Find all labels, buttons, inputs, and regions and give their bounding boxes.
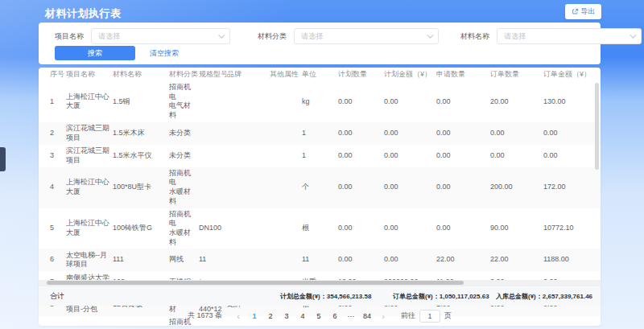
- filter-group-project: 项目名称 请选择: [55, 28, 230, 44]
- project-name-select[interactable]: 请选择: [91, 28, 230, 44]
- table-cell: 1: [39, 81, 66, 122]
- table-cell: 0.00: [490, 145, 543, 167]
- column-header: 单位: [302, 68, 338, 81]
- table-cell: 1.5米木床: [113, 122, 169, 145]
- pagination-goto: 前往 页: [401, 310, 452, 323]
- next-page-button[interactable]: ›: [377, 310, 390, 323]
- table-cell: 100*8U型卡: [113, 167, 169, 208]
- table-cell: 0.00: [384, 122, 436, 145]
- table-cell: [270, 167, 302, 208]
- page-number-3[interactable]: 3: [280, 310, 293, 323]
- column-header: 项目名称: [66, 68, 113, 81]
- page-title: 材料计划执行表: [45, 6, 122, 21]
- table-cell: [199, 145, 227, 167]
- table-cell: [199, 167, 227, 208]
- select-placeholder: 请选择: [301, 31, 427, 42]
- export-icon: [572, 8, 579, 15]
- summary-total-label: 合计: [50, 286, 64, 306]
- filter-group-material-category: 材料分类 请选择: [258, 28, 439, 44]
- pagination: 共 1673 条 ‹ 123456···84 › 前往 页: [39, 306, 601, 326]
- table-cell: [270, 81, 302, 122]
- table-cell: [199, 122, 227, 145]
- table-cell: [227, 249, 270, 271]
- goto-page-input[interactable]: [419, 310, 440, 323]
- table-row[interactable]: 4上海松江中心大厦100*8U型卡招商机电 水暖材料个0.000.000.002…: [39, 167, 601, 208]
- table-cell: 2: [39, 122, 66, 145]
- page-number-5[interactable]: 5: [312, 310, 325, 323]
- material-category-select[interactable]: 请选择: [294, 28, 439, 44]
- table-row[interactable]: 1上海松江中心大厦1.5铜招商机电 电气材料kg0.000.000.0020.0…: [39, 81, 601, 122]
- column-header: 订单数量: [490, 68, 543, 81]
- table-cell: 3: [39, 145, 66, 167]
- table-cell: 1188.00: [543, 249, 601, 271]
- column-header: 订单金额（¥）: [543, 68, 601, 81]
- table-cell: 0.00: [384, 208, 436, 249]
- table-cell: 0.00: [384, 249, 436, 271]
- table-cell: 网线: [169, 249, 199, 271]
- table-cell: [270, 208, 302, 249]
- horizontal-scrollbar-thumb[interactable]: [47, 281, 464, 285]
- table-cell: [227, 167, 270, 208]
- summary-row: 合计 计划总金额(¥)：354,566,213.58 订单总金额(¥)：1,05…: [39, 286, 601, 306]
- table-cell: 172.00: [543, 167, 601, 208]
- table-cell: 0.00: [436, 145, 490, 167]
- table-cell: 111: [113, 249, 169, 271]
- table-cell: 0.00: [436, 81, 490, 122]
- material-plan-table-card: 序号项目名称材料名称材料分类规格型号品牌其他属性单位计划数量计划金额（¥）申请数…: [39, 68, 601, 326]
- prev-page-button[interactable]: ‹: [232, 310, 245, 323]
- chevron-down-icon: [218, 31, 225, 38]
- table-cell: 11: [302, 249, 338, 271]
- clear-search-button[interactable]: 清空搜索: [150, 48, 179, 59]
- table-cell: 5: [39, 208, 66, 249]
- table-cell: 10772.10: [543, 208, 601, 249]
- filter-row: 项目名称 请选择 材料分类 请选择 材料名称 请选择: [39, 28, 601, 44]
- page-number-84[interactable]: 84: [361, 310, 374, 323]
- horizontal-scrollbar-track[interactable]: [39, 280, 601, 286]
- filter-label-material-name: 材料名称: [460, 31, 489, 42]
- table-cell: 太空电梯--月球项目: [66, 249, 113, 271]
- table-cell: 0.00: [436, 122, 490, 145]
- table-cell: 滨江花城三期项目: [66, 145, 113, 167]
- table-row[interactable]: 6太空电梯--月球项目111网线11110.000.0022.0022.0011…: [39, 249, 601, 271]
- table-cell: 4: [39, 167, 66, 208]
- table-cell: 0.00: [543, 122, 601, 145]
- chevron-down-icon: [630, 31, 636, 38]
- table-cell: 100铸铁管G: [113, 208, 169, 249]
- table-cell: 0.00: [338, 122, 384, 145]
- table-cell: 0.00: [436, 208, 490, 249]
- table-cell: 90.00: [490, 208, 543, 249]
- table-cell: 0.00: [338, 167, 384, 208]
- table-cell: [227, 145, 270, 167]
- sidebar-collapse-handle[interactable]: [0, 147, 6, 171]
- table-cell: 130.00: [543, 81, 601, 122]
- table-cell: 招商机电 电气材料: [169, 81, 199, 122]
- column-header: 规格型号: [199, 68, 227, 81]
- table-cell: 0.00: [543, 145, 601, 167]
- page-ellipsis[interactable]: ···: [345, 310, 357, 323]
- goto-suffix: 页: [444, 310, 452, 321]
- search-button[interactable]: 搜索: [55, 46, 135, 60]
- page-number-6[interactable]: 6: [328, 310, 341, 323]
- filter-label-material-category: 材料分类: [258, 31, 287, 42]
- filter-panel: 项目名称 请选择 材料分类 请选择 材料名称 请选择 搜索 清空搜索: [39, 23, 601, 64]
- page-number-2[interactable]: 2: [264, 310, 277, 323]
- export-label: 导出: [581, 6, 596, 17]
- table-cell: 上海松江中心大厦: [66, 81, 113, 122]
- vertical-scrollbar-thumb[interactable]: [595, 83, 599, 170]
- filter-actions: 搜索 清空搜索: [55, 46, 179, 60]
- table-row[interactable]: 5上海松江中心大厦100铸铁管G招商机电 水暖材料DN100根0.000.000…: [39, 208, 601, 249]
- table-cell: [270, 249, 302, 271]
- table-cell: 1: [302, 122, 338, 145]
- material-name-select[interactable]: 请选择: [497, 28, 642, 44]
- table-cell: [270, 145, 302, 167]
- table-cell: 滨江花城三期项目: [66, 122, 113, 145]
- table-cell: 22.00: [490, 249, 543, 271]
- export-button[interactable]: 导出: [565, 4, 601, 19]
- table-cell: kg: [302, 81, 338, 122]
- table-row[interactable]: 2滨江花城三期项目1.5米木床未分类10.000.000.000.000.00: [39, 122, 601, 145]
- page-number-4[interactable]: 4: [296, 310, 309, 323]
- table-row[interactable]: 3滨江花城三期项目1.5米水平仪未分类10.000.000.000.000.00: [39, 145, 601, 167]
- table-cell: 0.00: [338, 81, 384, 122]
- table-cell: [227, 122, 270, 145]
- page-number-1[interactable]: 1: [248, 310, 261, 323]
